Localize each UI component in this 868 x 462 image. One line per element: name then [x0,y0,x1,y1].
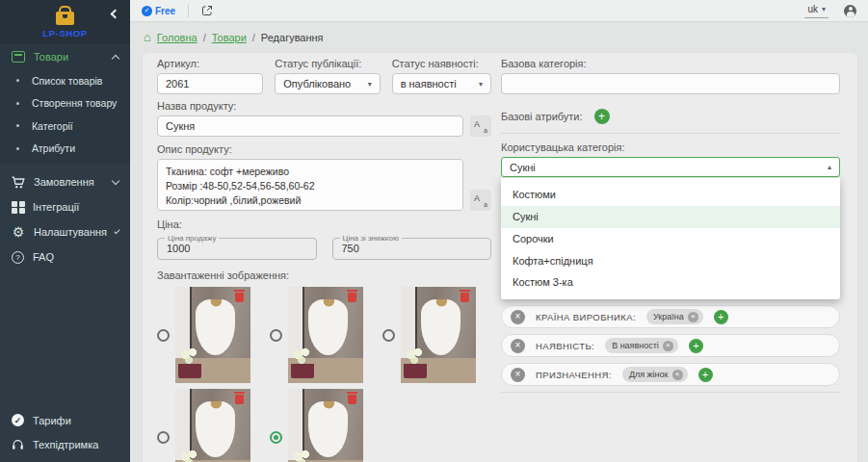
sidebar-item-orders[interactable]: Замовлення [0,169,130,194]
breadcrumb: ⌂ Головна / Товари / Редагування [144,32,324,43]
sidebar-item-products[interactable]: Товари [0,44,130,69]
dropdown-option[interactable]: Костюми [501,184,840,206]
topbar: ✓ Free uk ▾ [130,0,868,22]
sub-item-label: Список товарів [32,75,102,87]
sidebar-collapse-icon[interactable] [111,10,120,19]
main-image-radio[interactable] [157,329,170,342]
add-value-icon[interactable]: + [698,368,713,382]
product-photo[interactable] [288,287,363,383]
language-selector[interactable]: uk ▾ [804,3,829,18]
publish-status-label: Статус публікації: [275,58,380,69]
main-image-radio[interactable] [157,431,170,444]
attribute-chip-value: В наявності [612,341,659,350]
delete-image-icon[interactable] [348,293,356,302]
chevron-down-icon [114,228,119,234]
sidebar-item-product-list[interactable]: Список товарів [0,69,130,92]
sale-price-label: Ціна продажу [165,234,219,243]
image-row-2 [157,389,491,462]
attribute-name: НАЯВНІСТЬ: [536,341,594,351]
sub-item-label: Атрибути [32,142,75,154]
stock-status-value: в наявності [401,78,457,90]
sidebar-item-label: Техпідтримка [33,439,118,450]
uploaded-images-label: Завантаженні зображення: [157,270,491,281]
shop-bag-logo-icon [56,12,74,25]
sidebar-item-tariffs[interactable]: ✓ Тарифи [0,408,130,432]
remove-attribute-icon[interactable]: × [511,368,525,382]
add-attribute-icon[interactable]: + [594,109,610,124]
sku-input[interactable] [157,73,263,94]
grid-icon [12,201,24,214]
sidebar-item-attributes[interactable]: Атрибути [0,138,130,161]
topbar-divider [188,4,189,17]
sidebar-item-label: Тарифи [33,415,118,426]
delete-image-icon[interactable] [348,395,356,404]
product-desc-label: Опис продукту: [157,143,491,155]
discount-price-input[interactable] [333,243,475,256]
base-attributes-label: Базові атрибути: [501,111,583,122]
custom-category-label: Користувацька категорія: [501,141,840,153]
sidebar-item-label: Замовлення [34,176,104,188]
translate-icon[interactable]: Aa [470,190,491,211]
remove-chip-icon[interactable]: × [688,312,698,322]
sidebar-item-settings[interactable]: ⚙ Налаштування [0,219,130,244]
publish-status-select[interactable]: Опубліковано ▾ [275,73,380,94]
image-item-5 [270,389,363,462]
attribute-row-purpose: × ПРИЗНАЧЕННЯ: Для жінок × + [501,363,840,386]
product-form-left: Артикул: Статус публікації: Опубліковано… [157,58,491,462]
custom-category-value: Сукні [510,162,536,173]
user-avatar[interactable] [844,5,856,17]
product-desc-textarea[interactable]: Тканина: софт +мереживо Розмір :48-50,52… [157,159,463,211]
sidebar-item-support[interactable]: Техпідтримка [0,432,130,456]
breadcrumb-products[interactable]: Товари [212,32,247,43]
delete-image-icon[interactable] [235,395,244,404]
main-image-radio-checked[interactable] [270,431,282,444]
breadcrumb-home[interactable]: Головна [157,32,197,43]
external-link-icon[interactable] [201,5,213,16]
sale-price-input[interactable] [158,243,300,256]
home-icon: ⌂ [144,31,151,43]
dropdown-option-selected[interactable]: Сукні [501,206,840,228]
badge-check-icon: ✓ [12,414,24,426]
sidebar-item-faq[interactable]: ? FAQ [0,244,130,270]
chevron-up-icon [112,54,119,62]
product-photo[interactable] [175,287,250,383]
sidebar: LP-SHOP Товари Список товарів Створення … [0,0,130,462]
product-photo[interactable] [288,389,363,462]
base-category-input[interactable] [501,73,840,94]
dropdown-option[interactable]: Кофта+спідниця [501,250,840,272]
sidebar-item-categories[interactable]: Категорії [0,115,130,138]
main-image-radio[interactable] [382,329,395,342]
chevron-down-icon [112,177,119,185]
chevron-down-icon: ▾ [479,80,483,89]
product-name-input[interactable] [157,116,463,137]
translate-icon[interactable]: Aa [470,116,491,137]
image-item-1 [157,287,250,383]
add-value-icon[interactable]: + [689,339,703,353]
product-photo[interactable] [401,287,476,383]
attribute-name: КРАЇНА ВИРОБНИКА: [536,312,636,322]
breadcrumb-current: Редагування [261,32,324,43]
remove-attribute-icon[interactable]: × [511,339,525,353]
remove-chip-icon[interactable]: × [663,341,673,351]
delete-image-icon[interactable] [235,293,244,302]
product-photo[interactable] [175,389,250,462]
plan-badge[interactable]: ✓ Free [142,6,175,16]
add-value-icon[interactable]: + [714,310,728,324]
product-form-right: Базова категорія: Базові атрибути: + Кор… [501,58,840,393]
category-dropdown: Костюми Сукні Сорочки Кофта+спідниця Кос… [501,178,840,299]
remove-attribute-icon[interactable]: × [511,310,525,324]
sidebar-item-integrations[interactable]: Інтеграції [0,194,130,219]
dropdown-option[interactable]: Костюм 3-ка [501,271,840,294]
main-image-radio[interactable] [270,329,282,342]
stock-status-select[interactable]: в наявності ▾ [392,73,491,94]
custom-category-select[interactable]: Сукні ▴ [501,157,840,177]
stock-status-label: Статус наявності: [392,58,491,69]
image-item-4 [157,389,250,462]
sidebar-item-label: Налаштування [34,226,107,238]
dropdown-option[interactable]: Сорочки [501,228,840,250]
remove-chip-icon[interactable]: × [672,370,683,380]
sidebar-header: LP-SHOP [0,0,130,44]
sidebar-item-label: FAQ [33,251,118,263]
sidebar-item-product-create[interactable]: Створення товару [0,92,130,116]
delete-image-icon[interactable] [460,293,469,302]
